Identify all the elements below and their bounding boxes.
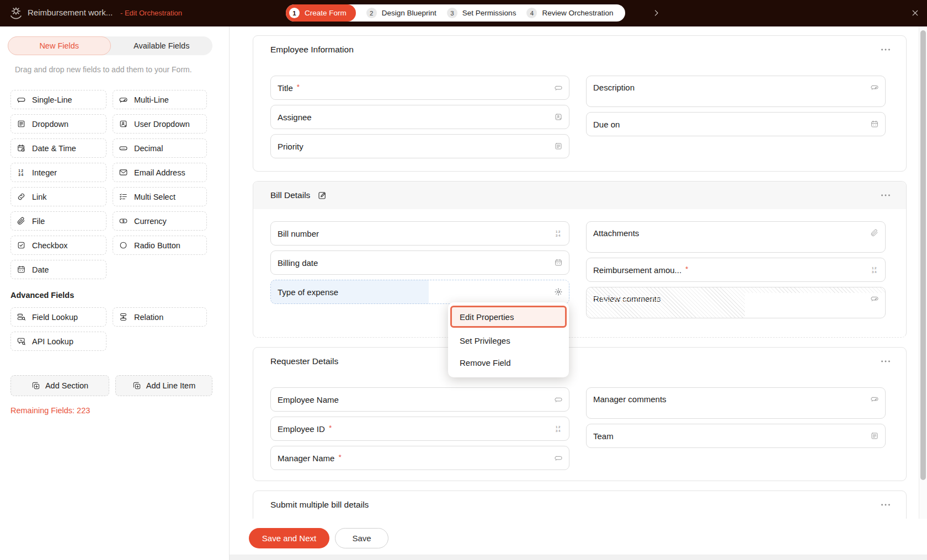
field-type-decimal[interactable]: Decimal bbox=[113, 138, 207, 158]
multi-line-icon bbox=[870, 294, 879, 303]
api-lookup-icon bbox=[17, 337, 26, 346]
edit-icon[interactable] bbox=[317, 190, 327, 200]
field-type-dropdown[interactable]: Dropdown bbox=[10, 114, 106, 134]
field-label: Priority bbox=[278, 142, 303, 151]
menu-item-edit-properties[interactable]: Edit Properties bbox=[450, 306, 567, 328]
field-type-label: Decimal bbox=[134, 144, 163, 153]
form-field-type-of-expense[interactable]: Type of expense bbox=[270, 280, 569, 304]
field-type-multi-line[interactable]: Multi-Line bbox=[113, 90, 207, 109]
svg-text:3 4: 3 4 bbox=[556, 234, 561, 237]
single-line-icon bbox=[554, 395, 563, 404]
form-field-description[interactable]: Description bbox=[586, 76, 886, 107]
form-field-priority[interactable]: Priority bbox=[270, 134, 569, 158]
form-field-employee-id[interactable]: Employee ID * 1 23 4 bbox=[270, 417, 569, 441]
section-bill-details: Bill Details Bill number 1 23 4 Billing … bbox=[253, 181, 907, 338]
paperclip-icon bbox=[870, 228, 879, 237]
svg-text:3 4: 3 4 bbox=[556, 429, 561, 433]
more-icon[interactable] bbox=[880, 499, 892, 511]
stepper-step-set-permissions[interactable]: 3 Set Permissions bbox=[447, 8, 516, 18]
more-icon[interactable] bbox=[880, 355, 892, 367]
field-type-label: Dropdown bbox=[32, 120, 68, 129]
svg-text:3 4: 3 4 bbox=[18, 173, 23, 177]
integer-icon: 1 23 4 bbox=[17, 168, 26, 177]
section-column-right: Attachments Reimbursement amou... * 1 23… bbox=[586, 221, 886, 318]
field-type-currency[interactable]: $ Currency bbox=[113, 211, 207, 231]
user-dropdown-icon bbox=[554, 113, 563, 121]
close-icon[interactable] bbox=[910, 8, 920, 18]
field-type-field-lookup[interactable]: Field Lookup bbox=[10, 307, 106, 327]
field-type-label: Checkbox bbox=[32, 241, 67, 250]
field-label: Billing date bbox=[278, 258, 318, 268]
field-type-single-line[interactable]: Single-Line bbox=[10, 90, 106, 109]
date-icon bbox=[17, 265, 26, 274]
field-type-label: Multi-Line bbox=[134, 95, 169, 104]
svg-text:$: $ bbox=[122, 219, 125, 223]
form-field-employee-name[interactable]: Employee Name bbox=[270, 387, 569, 412]
field-type-email-address[interactable]: Email Address bbox=[113, 163, 207, 182]
form-field-manager-name[interactable]: Manager Name * bbox=[270, 446, 569, 470]
field-label: Employee ID bbox=[278, 424, 325, 434]
field-type-date-time[interactable]: Date & Time bbox=[10, 138, 106, 158]
field-type-link[interactable]: Link bbox=[10, 187, 106, 206]
save-and-next-button[interactable]: Save and Next bbox=[249, 528, 329, 548]
field-label: Title bbox=[278, 83, 293, 93]
field-type-multi-select[interactable]: Multi Select bbox=[113, 187, 207, 206]
add-section-button[interactable]: Add Section bbox=[10, 375, 109, 396]
field-type-label: Radio Button bbox=[134, 241, 180, 250]
tab-new-fields[interactable]: New Fields bbox=[8, 36, 111, 55]
stepper-step-design-blueprint[interactable]: 2 Design Blueprint bbox=[366, 8, 436, 18]
form-field-reimbursement-amou[interactable]: Reimbursement amou... * 1 23 4 bbox=[586, 258, 886, 282]
form-field-manager-comments[interactable]: Manager comments bbox=[586, 387, 886, 419]
chevron-right-icon[interactable] bbox=[652, 8, 661, 18]
field-type-relation[interactable]: Relation bbox=[113, 307, 207, 327]
scrollbar-thumb[interactable] bbox=[920, 30, 926, 480]
form-field-review-comments[interactable]: Review comments bbox=[586, 287, 886, 318]
menu-item-remove-field[interactable]: Remove Field bbox=[448, 351, 569, 374]
field-type-api-lookup[interactable]: API Lookup bbox=[10, 332, 106, 351]
user-dropdown-icon bbox=[119, 119, 128, 129]
bottom-strip bbox=[230, 554, 927, 560]
add-buttons-row: Add Section Add Line Item bbox=[10, 375, 212, 396]
advanced-fields-grid: Field Lookup Relation API Lookup bbox=[10, 307, 207, 351]
form-field-title[interactable]: Title * bbox=[270, 76, 569, 100]
add-item-icon bbox=[31, 381, 40, 390]
svg-text:1 2: 1 2 bbox=[872, 266, 877, 270]
gear-icon[interactable] bbox=[554, 287, 563, 296]
field-type-integer[interactable]: 1 23 4 Integer bbox=[10, 163, 106, 182]
section-title: Requester Details bbox=[270, 356, 338, 366]
decimal-icon bbox=[119, 143, 128, 153]
single-line-icon bbox=[17, 95, 26, 104]
form-field-assignee[interactable]: Assignee bbox=[270, 105, 569, 129]
multi-line-icon bbox=[870, 394, 879, 403]
form-field-bill-number[interactable]: Bill number 1 23 4 bbox=[270, 221, 569, 246]
svg-text:1 2: 1 2 bbox=[18, 169, 23, 173]
form-field-team[interactable]: Team bbox=[586, 424, 886, 448]
menu-item-set-privileges[interactable]: Set Privileges bbox=[448, 329, 569, 351]
tab-available-fields[interactable]: Available Fields bbox=[111, 36, 213, 55]
more-icon[interactable] bbox=[880, 44, 892, 56]
field-label: Reimbursement amou... bbox=[593, 265, 681, 275]
field-type-user-dropdown[interactable]: User Dropdown bbox=[113, 114, 207, 134]
section-employee-information: Employee Information Title * Assignee Pr… bbox=[253, 35, 907, 172]
relation-icon bbox=[119, 312, 128, 322]
save-button[interactable]: Save bbox=[335, 528, 388, 548]
form-field-billing-date[interactable]: Billing date bbox=[270, 250, 569, 275]
integer-icon: 1 23 4 bbox=[554, 424, 563, 433]
field-label: Attachments bbox=[593, 228, 639, 238]
field-label: Type of expense bbox=[278, 287, 338, 297]
remaining-fields-counter: Remaining Fields: 223 bbox=[10, 406, 90, 415]
step-number: 2 bbox=[366, 8, 377, 18]
field-type-checkbox[interactable]: Checkbox bbox=[10, 236, 106, 255]
stepper-step-create-form[interactable]: 1 Create Form bbox=[286, 4, 356, 22]
stepper-step-review-orchestration[interactable]: 4 Review Orchestration bbox=[526, 8, 613, 18]
field-type-date[interactable]: Date bbox=[10, 260, 106, 279]
field-type-label: User Dropdown bbox=[134, 120, 190, 129]
form-field-due-on[interactable]: Due on bbox=[586, 112, 886, 136]
add-line-item-button[interactable]: Add Line Item bbox=[115, 375, 212, 396]
field-type-file[interactable]: File bbox=[10, 211, 106, 231]
form-field-attachments[interactable]: Attachments bbox=[586, 221, 886, 253]
new-fields-grid: Single-Line Multi-Line Dropdown User Dro… bbox=[10, 90, 207, 279]
required-asterisk: * bbox=[338, 453, 341, 461]
field-type-radio-button[interactable]: Radio Button bbox=[113, 236, 207, 255]
more-icon[interactable] bbox=[880, 189, 892, 201]
